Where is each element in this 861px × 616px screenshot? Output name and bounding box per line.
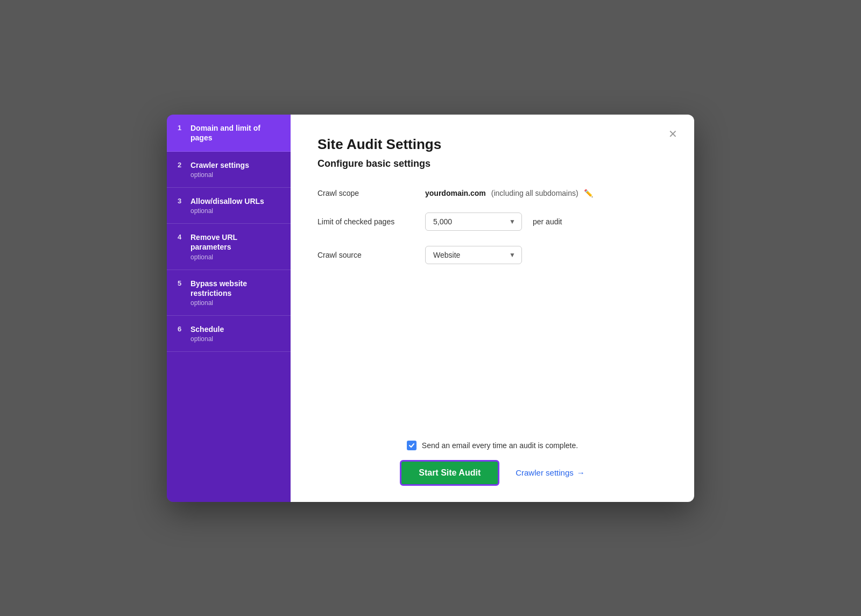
sidebar-item-subtitle-6: optional (190, 335, 224, 343)
start-audit-button[interactable]: Start Site Audit (400, 460, 499, 486)
sidebar-item-subtitle-5: optional (190, 299, 280, 307)
sidebar-item-3[interactable]: 3 Allow/disallow URLs optional (167, 188, 291, 224)
sidebar-item-5[interactable]: 5 Bypass website restrictions optional (167, 270, 291, 316)
sidebar-item-content-3: Allow/disallow URLs optional (190, 196, 264, 215)
sidebar-item-number-5: 5 (178, 279, 185, 287)
sidebar-item-content-5: Bypass website restrictions optional (190, 279, 280, 307)
sidebar-item-number-1: 1 (178, 123, 185, 132)
crawler-settings-link[interactable]: Crawler settings → (516, 468, 585, 477)
sidebar-item-content-2: Crawler settings optional (190, 160, 249, 179)
section-subtitle: Configure basic settings (317, 158, 667, 169)
crawler-settings-arrow-icon: → (577, 468, 585, 477)
sidebar-item-2[interactable]: 2 Crawler settings optional (167, 152, 291, 188)
sidebar-item-6[interactable]: 6 Schedule optional (167, 316, 291, 352)
modal-dialog: 1 Domain and limit of pages 2 Crawler se… (167, 115, 694, 502)
sidebar-item-title-1: Domain and limit of pages (190, 123, 280, 143)
page-title: Site Audit Settings (317, 136, 667, 153)
sidebar-item-4[interactable]: 4 Remove URL parameters optional (167, 224, 291, 270)
sidebar-item-title-4: Remove URL parameters (190, 232, 280, 252)
email-row: Send an email every time an audit is com… (407, 441, 578, 450)
limit-pages-label: Limit of checked pages (317, 217, 425, 226)
sidebar: 1 Domain and limit of pages 2 Crawler se… (167, 115, 291, 502)
email-checkbox[interactable] (407, 441, 417, 450)
crawl-scope-value: yourdomain.com (including all subdomains… (425, 189, 593, 197)
crawl-source-label: Crawl source (317, 251, 425, 259)
email-label: Send an email every time an audit is com… (422, 441, 578, 450)
sidebar-item-title-3: Allow/disallow URLs (190, 196, 264, 206)
edit-icon[interactable]: ✏️ (584, 189, 593, 197)
bottom-section: Send an email every time an audit is com… (317, 430, 667, 486)
domain-subdomain-text: (including all subdomains) (491, 189, 578, 197)
sidebar-item-subtitle-3: optional (190, 207, 264, 215)
sidebar-item-number-4: 4 (178, 232, 185, 241)
sidebar-item-content-4: Remove URL parameters optional (190, 232, 280, 260)
sidebar-item-title-2: Crawler settings (190, 160, 249, 170)
sidebar-item-title-6: Schedule (190, 324, 224, 334)
crawl-source-row: Crawl source WebsiteSitemapList of URLs … (317, 246, 667, 264)
limit-select-wrapper: 1005001,0005,00010,00020,00050,000100,00… (425, 213, 522, 231)
main-panel: ✕ Site Audit Settings Configure basic se… (291, 115, 694, 502)
limit-pages-value: 1005001,0005,00010,00020,00050,000100,00… (425, 213, 562, 231)
sidebar-item-title-5: Bypass website restrictions (190, 279, 280, 298)
sidebar-item-subtitle-4: optional (190, 253, 280, 261)
close-button[interactable]: ✕ (664, 125, 681, 143)
sidebar-item-content-1: Domain and limit of pages (190, 123, 280, 143)
crawl-scope-row: Crawl scope yourdomain.com (including al… (317, 189, 667, 197)
limit-select[interactable]: 1005001,0005,00010,00020,00050,000100,00… (425, 213, 522, 231)
sidebar-item-number-2: 2 (178, 160, 185, 169)
bottom-actions: Start Site Audit Crawler settings → (400, 460, 585, 486)
domain-text: yourdomain.com (425, 189, 486, 197)
crawler-settings-link-text: Crawler settings (516, 468, 574, 477)
sidebar-item-1[interactable]: 1 Domain and limit of pages (167, 115, 291, 152)
crawl-scope-label: Crawl scope (317, 189, 425, 197)
limit-pages-row: Limit of checked pages 1005001,0005,0001… (317, 213, 667, 231)
sidebar-item-number-3: 3 (178, 196, 185, 205)
close-icon: ✕ (668, 128, 677, 140)
sidebar-item-number-6: 6 (178, 324, 185, 333)
source-select[interactable]: WebsiteSitemapList of URLs (425, 246, 522, 264)
per-audit-text: per audit (533, 217, 562, 226)
crawl-source-value: WebsiteSitemapList of URLs ▼ (425, 246, 522, 264)
sidebar-item-subtitle-2: optional (190, 171, 249, 179)
source-select-wrapper: WebsiteSitemapList of URLs ▼ (425, 246, 522, 264)
spacer (317, 279, 667, 430)
sidebar-item-content-6: Schedule optional (190, 324, 224, 343)
